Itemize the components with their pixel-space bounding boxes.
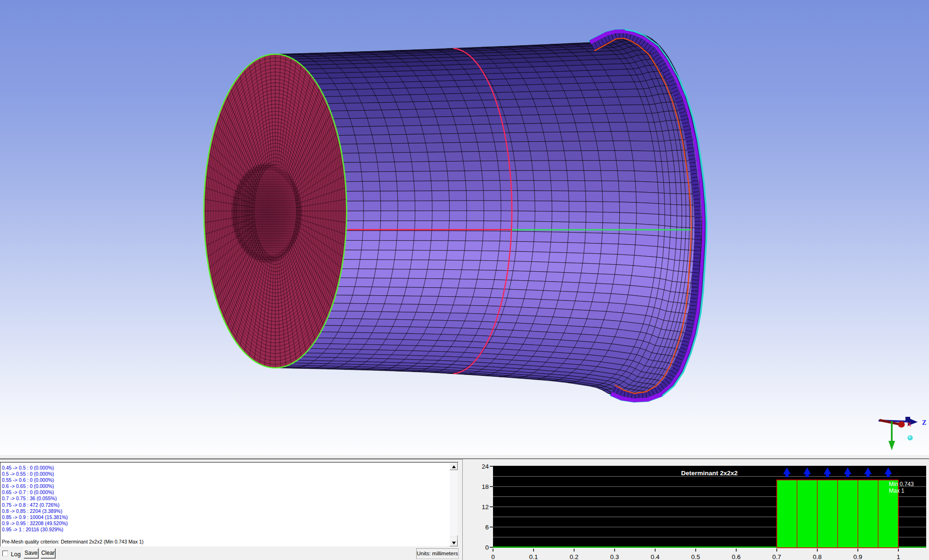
svg-text:6: 6	[485, 524, 489, 531]
svg-text:18: 18	[482, 483, 489, 490]
svg-text:0.2: 0.2	[570, 553, 579, 560]
svg-text:Min 0.743: Min 0.743	[889, 481, 914, 487]
svg-text:0.9: 0.9	[854, 553, 863, 560]
svg-text:24: 24	[482, 463, 489, 470]
svg-text:X: X	[907, 421, 912, 428]
svg-text:Z: Z	[922, 419, 926, 426]
svg-text:0.4: 0.4	[651, 553, 660, 560]
svg-text:0: 0	[491, 553, 495, 560]
svg-text:1: 1	[896, 553, 900, 560]
svg-text:0.3: 0.3	[610, 553, 619, 560]
svg-text:0.5: 0.5	[691, 553, 700, 560]
svg-text:0.7: 0.7	[773, 553, 781, 560]
svg-text:0.1: 0.1	[529, 553, 538, 560]
svg-text:0.8: 0.8	[813, 553, 822, 560]
svg-text:0.6: 0.6	[732, 553, 741, 560]
svg-text:0: 0	[485, 544, 489, 551]
svg-text:12: 12	[482, 503, 489, 511]
svg-text:Determinant 2x2x2: Determinant 2x2x2	[681, 470, 738, 477]
svg-text:Max 1: Max 1	[889, 487, 904, 494]
